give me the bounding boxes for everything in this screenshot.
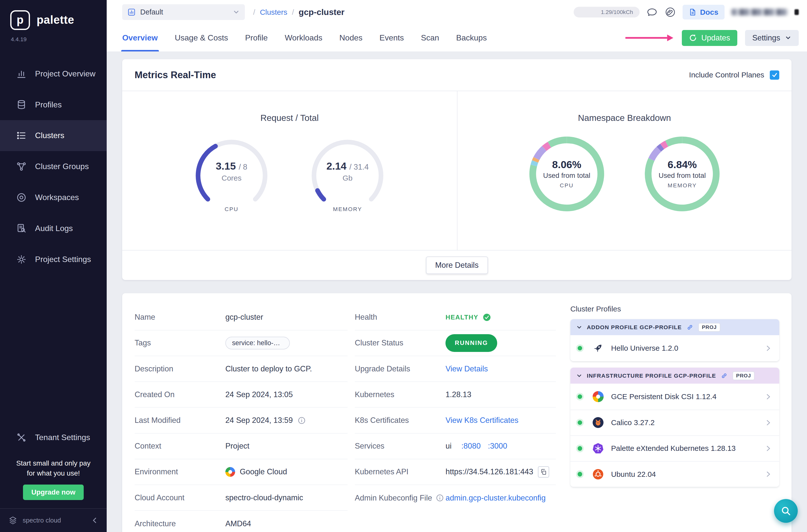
view-k8s-certificates-link[interactable]: View K8s Certificates xyxy=(446,416,519,425)
sidebar-item-tenant-settings[interactable]: Tenant Settings xyxy=(0,422,107,453)
profile-layer-hello-universe[interactable]: Hello Universe 1.2.0 xyxy=(570,335,779,361)
chat-icon[interactable] xyxy=(646,6,658,18)
project-selector[interactable]: Default xyxy=(122,4,245,20)
tab-workloads[interactable]: Workloads xyxy=(285,24,322,52)
gear-icon xyxy=(16,254,27,265)
breadcrumb-separator: / xyxy=(253,8,255,17)
sidebar-item-workspaces[interactable]: Workspaces xyxy=(0,182,107,213)
chevron-down-icon xyxy=(576,324,582,330)
addon-profile-header[interactable]: ADDON PROFILE GCP-PROFILE PROJ xyxy=(570,319,779,335)
tab-usage-costs[interactable]: Usage & Costs xyxy=(175,24,228,52)
cpu-donut-chart: 8.06% Used from total CPU xyxy=(523,130,611,218)
infrastructure-profile-header[interactable]: INFRASTRUCTURE PROFILE GCP-PROFILE PROJ xyxy=(570,368,779,384)
app-root: p palette 4.4.19 Project Overview Profil… xyxy=(0,0,807,532)
status-dot xyxy=(578,420,582,425)
collapse-sidebar-icon[interactable] xyxy=(91,517,98,524)
kubernetes-icon xyxy=(592,442,604,455)
sidebar-item-label: Tenant Settings xyxy=(35,433,90,442)
sidebar: p palette 4.4.19 Project Overview Profil… xyxy=(0,0,107,532)
chevron-down-icon xyxy=(576,373,582,379)
profile-layer-gce-csi[interactable]: GCE Persistent Disk CSI 1.12.4 xyxy=(570,384,779,410)
cloud-account-value: spectro-cloud-dynamic xyxy=(225,493,303,502)
sidebar-nav: Project Overview Profiles Clusters Clust… xyxy=(0,58,107,275)
service-port-3000-link[interactable]: :3000 xyxy=(488,442,507,451)
view-details-link[interactable]: View Details xyxy=(446,364,488,374)
metrics-title: Metrics Real-Time xyxy=(135,70,216,80)
updates-button-label: Updates xyxy=(701,34,730,42)
tab-profile[interactable]: Profile xyxy=(245,24,268,52)
service-port-8080-link[interactable]: :8080 xyxy=(461,442,481,451)
app-name: palette xyxy=(37,14,74,26)
breadcrumb-current: gcp-cluster xyxy=(299,7,344,17)
spectro-cloud-logo-icon xyxy=(8,516,18,525)
chevron-right-icon xyxy=(765,419,772,426)
sidebar-item-label: Cluster Groups xyxy=(35,162,89,171)
check-circle-icon xyxy=(483,313,491,322)
include-control-planes-checkbox[interactable] xyxy=(770,71,779,80)
link-icon[interactable] xyxy=(720,372,728,379)
footer-brand: spectro cloud xyxy=(23,517,61,524)
chevron-right-icon xyxy=(765,445,772,452)
sidebar-item-label: Clusters xyxy=(35,131,64,140)
sidebar-item-label: Profiles xyxy=(35,100,62,109)
description-value: Cluster to deploy to GCP. xyxy=(225,364,312,374)
search-icon xyxy=(780,505,791,516)
annotation-arrow xyxy=(624,33,674,43)
profile-layer-pxk[interactable]: Palette eXtended Kubernetes 1.28.13 xyxy=(570,435,779,461)
user-name-redacted[interactable] xyxy=(731,9,788,16)
sync-icon xyxy=(689,34,697,42)
link-icon[interactable] xyxy=(686,324,694,331)
metrics-card: Metrics Real-Time Include Control Planes… xyxy=(122,59,791,280)
tab-scan[interactable]: Scan xyxy=(421,24,439,52)
google-cloud-icon xyxy=(225,467,235,477)
memory-gauge-chart: 2.14 / 31.4 Gb MEMORY xyxy=(308,136,387,215)
admin-kubeconfig-link[interactable]: admin.gcp-cluster.kubeconfig xyxy=(446,494,546,502)
docs-button[interactable]: Docs xyxy=(682,5,725,20)
cpu-gauge-chart: 3.15 / 8 Cores CPU xyxy=(192,136,271,215)
sidebar-item-clusters[interactable]: Clusters xyxy=(0,120,107,151)
info-icon[interactable] xyxy=(298,416,306,424)
tag-chip: service: hello-uni... xyxy=(225,337,290,350)
tab-events[interactable]: Events xyxy=(379,24,404,52)
profile-layer-ubuntu[interactable]: Ubuntu 22.04 xyxy=(570,461,779,487)
check-icon xyxy=(771,72,778,78)
sidebar-item-project-settings[interactable]: Project Settings xyxy=(0,244,107,275)
sidebar-item-project-overview[interactable]: Project Overview xyxy=(0,58,107,89)
breadcrumb-clusters-link[interactable]: Clusters xyxy=(260,8,287,17)
profile-layer-calico[interactable]: Calico 3.27.2 xyxy=(570,410,779,435)
request-total-title: Request / Total xyxy=(122,113,457,123)
assistant-search-fab[interactable] xyxy=(774,499,798,523)
sidebar-item-label: Audit Logs xyxy=(35,224,73,233)
details-left-column: Namegcp-cluster Tagsservice: hello-uni..… xyxy=(135,305,348,532)
updates-button[interactable]: Updates xyxy=(682,30,737,46)
running-status-badge: RUNNING xyxy=(446,334,497,352)
status-dot xyxy=(578,394,582,399)
sidebar-item-audit-logs[interactable]: Audit Logs xyxy=(0,213,107,244)
layers-icon xyxy=(16,99,27,110)
tools-icon xyxy=(16,432,27,443)
top-right-controls: 1.29/100kCh Docs xyxy=(574,5,799,20)
cluster-tab-bar: Overview Usage & Costs Profile Workloads… xyxy=(107,24,807,52)
sidebar-footer: spectro cloud xyxy=(0,508,107,532)
attachment-link-icon[interactable] xyxy=(664,6,676,18)
tab-overview[interactable]: Overview xyxy=(122,24,158,52)
sidebar-item-profiles[interactable]: Profiles xyxy=(0,89,107,120)
settings-button-label: Settings xyxy=(752,34,780,42)
project-selector-value: Default xyxy=(140,8,163,16)
status-dot xyxy=(578,472,582,477)
tabs: Overview Usage & Costs Profile Workloads… xyxy=(122,24,487,52)
settings-button[interactable]: Settings xyxy=(745,30,799,46)
sidebar-item-label: Workspaces xyxy=(35,193,79,202)
project-scope-badge: PROJ xyxy=(733,372,754,380)
service-name: ui xyxy=(446,442,451,451)
sidebar-item-cluster-groups[interactable]: Cluster Groups xyxy=(0,151,107,182)
more-details-button[interactable]: More Details xyxy=(426,256,488,274)
chevron-down-icon xyxy=(785,35,791,41)
include-control-planes-label: Include Control Planes xyxy=(689,71,764,79)
copy-button[interactable] xyxy=(538,466,549,478)
tab-backups[interactable]: Backups xyxy=(456,24,487,52)
info-icon[interactable] xyxy=(436,494,444,502)
tab-nodes[interactable]: Nodes xyxy=(339,24,362,52)
upgrade-now-button[interactable]: Upgrade now xyxy=(23,484,83,500)
list-icon xyxy=(16,130,27,141)
